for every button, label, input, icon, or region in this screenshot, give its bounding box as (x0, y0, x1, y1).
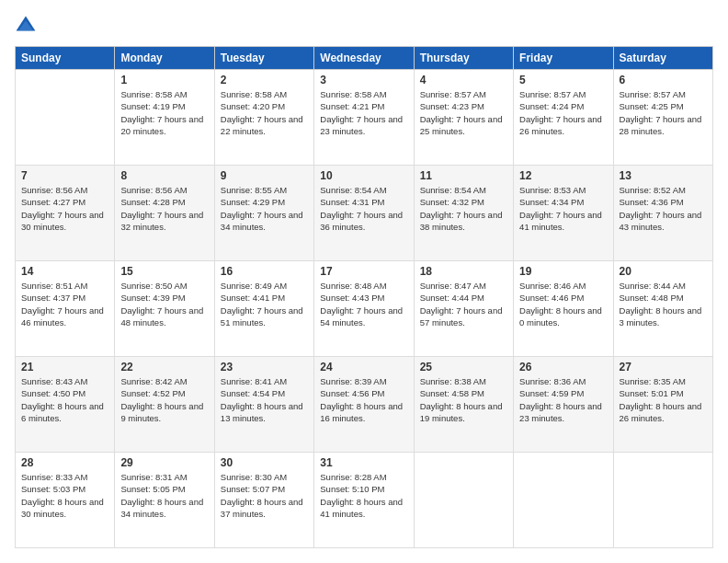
day-number: 1 (120, 74, 208, 86)
calendar-table: SundayMondayTuesdayWednesdayThursdayFrid… (15, 46, 713, 548)
day-number: 19 (519, 265, 607, 278)
day-number: 5 (519, 74, 607, 86)
calendar-cell: 12 Sunrise: 8:53 AMSunset: 4:34 PMDaylig… (514, 166, 613, 261)
calendar-cell (514, 453, 613, 548)
day-info: Sunrise: 8:28 AMSunset: 5:10 PMDaylight:… (320, 471, 407, 520)
calendar-cell: 31 Sunrise: 8:28 AMSunset: 5:10 PMDaylig… (314, 453, 414, 548)
day-number: 16 (221, 265, 308, 278)
calendar-cell: 27 Sunrise: 8:35 AMSunset: 5:01 PMDaylig… (613, 357, 712, 453)
day-info: Sunrise: 8:35 AMSunset: 5:01 PMDaylight:… (620, 375, 707, 424)
day-number: 29 (120, 456, 208, 469)
day-number: 12 (519, 169, 607, 182)
calendar-cell: 9 Sunrise: 8:55 AMSunset: 4:29 PMDayligh… (214, 166, 313, 261)
day-number: 14 (21, 265, 108, 278)
day-info: Sunrise: 8:41 AMSunset: 4:54 PMDaylight:… (221, 375, 308, 424)
day-number: 9 (221, 169, 308, 182)
calendar-cell: 30 Sunrise: 8:30 AMSunset: 5:07 PMDaylig… (214, 453, 313, 548)
day-number: 18 (420, 265, 507, 278)
day-number: 3 (320, 74, 407, 86)
calendar-cell: 10 Sunrise: 8:54 AMSunset: 4:31 PMDaylig… (314, 166, 414, 261)
day-info: Sunrise: 8:58 AMSunset: 4:20 PMDaylight:… (221, 88, 308, 137)
day-number: 28 (21, 456, 108, 469)
weekday-header-tuesday: Tuesday (214, 47, 313, 70)
day-number: 4 (420, 74, 507, 86)
day-number: 11 (420, 169, 507, 182)
calendar-cell: 19 Sunrise: 8:46 AMSunset: 4:46 PMDaylig… (514, 261, 613, 357)
day-info: Sunrise: 8:47 AMSunset: 4:44 PMDaylight:… (420, 280, 507, 328)
calendar-cell: 2 Sunrise: 8:58 AMSunset: 4:20 PMDayligh… (214, 70, 313, 166)
day-info: Sunrise: 8:38 AMSunset: 4:58 PMDaylight:… (420, 375, 507, 424)
weekday-header-friday: Friday (514, 47, 613, 70)
day-info: Sunrise: 8:57 AMSunset: 4:23 PMDaylight:… (420, 88, 507, 137)
calendar-cell: 28 Sunrise: 8:33 AMSunset: 5:03 PMDaylig… (16, 453, 115, 548)
calendar-cell: 14 Sunrise: 8:51 AMSunset: 4:37 PMDaylig… (16, 261, 115, 357)
day-number: 10 (320, 169, 407, 182)
calendar-cell: 3 Sunrise: 8:58 AMSunset: 4:21 PMDayligh… (314, 70, 414, 166)
calendar-cell: 8 Sunrise: 8:56 AMSunset: 4:28 PMDayligh… (115, 166, 214, 261)
calendar-cell: 22 Sunrise: 8:42 AMSunset: 4:52 PMDaylig… (115, 357, 214, 453)
calendar-cell: 29 Sunrise: 8:31 AMSunset: 5:05 PMDaylig… (115, 453, 214, 548)
week-row-4: 28 Sunrise: 8:33 AMSunset: 5:03 PMDaylig… (16, 453, 713, 548)
day-number: 21 (21, 361, 108, 373)
day-info: Sunrise: 8:58 AMSunset: 4:19 PMDaylight:… (120, 88, 208, 137)
week-row-2: 14 Sunrise: 8:51 AMSunset: 4:37 PMDaylig… (16, 261, 713, 357)
week-row-0: 1 Sunrise: 8:58 AMSunset: 4:19 PMDayligh… (16, 70, 713, 166)
calendar-cell: 26 Sunrise: 8:36 AMSunset: 4:59 PMDaylig… (514, 357, 613, 453)
day-number: 23 (221, 361, 308, 373)
day-info: Sunrise: 8:51 AMSunset: 4:37 PMDaylight:… (21, 280, 108, 328)
day-number: 17 (320, 265, 407, 278)
day-info: Sunrise: 8:57 AMSunset: 4:25 PMDaylight:… (620, 88, 707, 137)
calendar-cell: 13 Sunrise: 8:52 AMSunset: 4:36 PMDaylig… (613, 166, 712, 261)
weekday-header-thursday: Thursday (414, 47, 513, 70)
day-number: 13 (620, 169, 707, 182)
calendar-cell: 17 Sunrise: 8:48 AMSunset: 4:43 PMDaylig… (314, 261, 414, 357)
calendar-cell: 11 Sunrise: 8:54 AMSunset: 4:32 PMDaylig… (414, 166, 513, 261)
day-info: Sunrise: 8:49 AMSunset: 4:41 PMDaylight:… (221, 280, 308, 328)
weekday-header-row: SundayMondayTuesdayWednesdayThursdayFrid… (16, 47, 713, 70)
calendar-cell: 20 Sunrise: 8:44 AMSunset: 4:48 PMDaylig… (613, 261, 712, 357)
calendar-cell: 4 Sunrise: 8:57 AMSunset: 4:23 PMDayligh… (414, 70, 513, 166)
calendar-cell: 15 Sunrise: 8:50 AMSunset: 4:39 PMDaylig… (115, 261, 214, 357)
day-info: Sunrise: 8:33 AMSunset: 5:03 PMDaylight:… (21, 471, 108, 520)
day-info: Sunrise: 8:30 AMSunset: 5:07 PMDaylight:… (221, 471, 308, 520)
day-number: 8 (120, 169, 208, 182)
day-number: 24 (320, 361, 407, 373)
calendar-cell (16, 70, 115, 166)
header (15, 15, 713, 37)
day-number: 31 (320, 456, 407, 469)
weekday-header-sunday: Sunday (16, 47, 115, 70)
day-info: Sunrise: 8:42 AMSunset: 4:52 PMDaylight:… (120, 375, 208, 424)
day-info: Sunrise: 8:56 AMSunset: 4:28 PMDaylight:… (120, 184, 208, 233)
day-info: Sunrise: 8:44 AMSunset: 4:48 PMDaylight:… (620, 280, 707, 328)
calendar-cell (613, 453, 712, 548)
day-info: Sunrise: 8:53 AMSunset: 4:34 PMDaylight:… (519, 184, 607, 233)
day-info: Sunrise: 8:46 AMSunset: 4:46 PMDaylight:… (519, 280, 607, 328)
day-number: 7 (21, 169, 108, 182)
week-row-1: 7 Sunrise: 8:56 AMSunset: 4:27 PMDayligh… (16, 166, 713, 261)
calendar-cell: 21 Sunrise: 8:43 AMSunset: 4:50 PMDaylig… (16, 357, 115, 453)
day-number: 22 (120, 361, 208, 373)
day-number: 30 (221, 456, 308, 469)
calendar-cell: 6 Sunrise: 8:57 AMSunset: 4:25 PMDayligh… (613, 70, 712, 166)
day-info: Sunrise: 8:55 AMSunset: 4:29 PMDaylight:… (221, 184, 308, 233)
day-info: Sunrise: 8:48 AMSunset: 4:43 PMDaylight:… (320, 280, 407, 328)
day-info: Sunrise: 8:43 AMSunset: 4:50 PMDaylight:… (21, 375, 108, 424)
day-info: Sunrise: 8:58 AMSunset: 4:21 PMDaylight:… (320, 88, 407, 137)
weekday-header-monday: Monday (115, 47, 214, 70)
day-info: Sunrise: 8:31 AMSunset: 5:05 PMDaylight:… (120, 471, 208, 520)
logo (15, 15, 40, 37)
calendar-cell: 16 Sunrise: 8:49 AMSunset: 4:41 PMDaylig… (214, 261, 313, 357)
day-info: Sunrise: 8:54 AMSunset: 4:32 PMDaylight:… (420, 184, 507, 233)
day-info: Sunrise: 8:39 AMSunset: 4:56 PMDaylight:… (320, 375, 407, 424)
day-number: 25 (420, 361, 507, 373)
weekday-header-saturday: Saturday (613, 47, 712, 70)
calendar-body: 1 Sunrise: 8:58 AMSunset: 4:19 PMDayligh… (16, 70, 713, 548)
day-info: Sunrise: 8:50 AMSunset: 4:39 PMDaylight:… (120, 280, 208, 328)
day-number: 15 (120, 265, 208, 278)
weekday-header-wednesday: Wednesday (314, 47, 414, 70)
day-number: 6 (620, 74, 707, 86)
week-row-3: 21 Sunrise: 8:43 AMSunset: 4:50 PMDaylig… (16, 357, 713, 453)
calendar-cell: 18 Sunrise: 8:47 AMSunset: 4:44 PMDaylig… (414, 261, 513, 357)
calendar-cell: 25 Sunrise: 8:38 AMSunset: 4:58 PMDaylig… (414, 357, 513, 453)
calendar-cell: 24 Sunrise: 8:39 AMSunset: 4:56 PMDaylig… (314, 357, 414, 453)
